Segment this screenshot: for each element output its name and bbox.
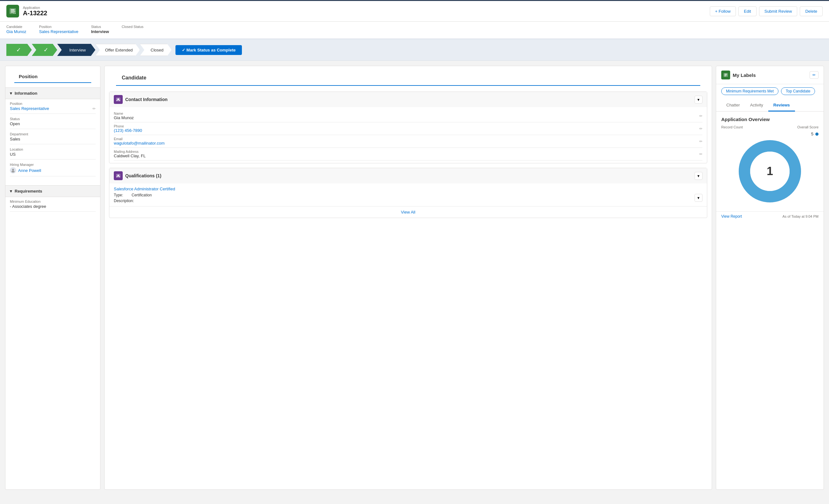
information-collapsible[interactable]: ▾ Information — [5, 87, 100, 99]
requirements-fields: Minimum Education - Associates degree — [5, 197, 100, 217]
min-edu-label: Minimum Education — [10, 200, 96, 203]
submit-review-button[interactable]: Submit Review — [759, 6, 797, 16]
requirements-collapsible[interactable]: ▾ Requirements — [5, 185, 100, 197]
contact-dropdown-btn[interactable]: ▾ — [694, 96, 702, 104]
qual-item-dropdown-btn[interactable]: ▾ — [694, 194, 702, 202]
status-value: Interview — [91, 29, 109, 34]
tab-chatter[interactable]: Chatter — [721, 100, 745, 112]
app-label: Application — [23, 6, 47, 9]
stage-closed[interactable]: Closed — [140, 44, 172, 56]
score-dot-icon — [815, 133, 819, 136]
app-header-left: Application A-13222 — [6, 5, 47, 17]
field-hm-label: Hiring Manager — [10, 163, 96, 167]
email-value[interactable]: wagulotafo@mailinator.com — [114, 141, 165, 146]
breadcrumb-closed-status: Closed Status — [122, 25, 143, 34]
svg-point-3 — [11, 171, 14, 173]
stage-2[interactable]: ✓ — [32, 44, 57, 56]
tab-reviews[interactable]: Reviews — [768, 100, 795, 112]
field-department: Department Sales — [10, 132, 96, 144]
field-hm-value: Anne Powell — [10, 167, 96, 174]
qual-link[interactable]: Salesforce Administrator Certified — [114, 186, 175, 191]
information-label: Information — [14, 91, 37, 96]
my-labels-label: My Labels — [733, 72, 756, 78]
record-count-label: Record Count — [721, 125, 743, 129]
edit-phone-icon[interactable]: ✏ — [699, 127, 702, 131]
breadcrumb-bar: Candidate Gia Munoz Position Sales Repre… — [0, 22, 829, 39]
position-panel-title: Position — [14, 71, 91, 83]
email-content: Email wagulotafo@mailinator.com — [114, 137, 165, 146]
field-status-value: Open — [10, 121, 96, 126]
qual-meta-wrap: Type: Certification Description: ▾ — [114, 192, 702, 203]
position-panel-title-wrap: Position — [5, 66, 100, 84]
field-position-value: Sales Representative ✏ — [10, 106, 96, 111]
edit-name-icon[interactable]: ✏ — [699, 114, 702, 118]
name-value: Gia Munoz — [114, 115, 134, 120]
phone-value[interactable]: (123) 456-7890 — [114, 128, 142, 133]
label-min-req[interactable]: Minimum Requirements Met — [721, 87, 779, 95]
qual-item-1: Salesforce Administrator Certified Type:… — [109, 183, 707, 206]
hm-avatar — [10, 167, 16, 174]
svg-point-2 — [12, 169, 14, 171]
min-edu-value: - Associates degree — [10, 204, 96, 209]
follow-button[interactable]: + Follow — [710, 6, 736, 16]
label-top-candidate[interactable]: Top Candidate — [781, 87, 815, 95]
qual-label: Qualifications (1) — [125, 173, 161, 178]
stage-offer[interactable]: Offer Extended — [95, 44, 140, 56]
position-value[interactable]: Sales Representative — [39, 29, 78, 34]
candidate-value[interactable]: Gia Munoz — [6, 29, 26, 34]
edit-button[interactable]: Edit — [738, 6, 756, 16]
labels-edit-btn[interactable]: ✏ — [809, 71, 819, 79]
edit-email-icon[interactable]: ✏ — [699, 139, 702, 144]
qual-meta-left: Type: Certification Description: — [114, 192, 152, 203]
field-position: Position Sales Representative ✏ — [10, 102, 96, 114]
qual-dropdown-btn[interactable]: ▾ — [694, 172, 702, 180]
overview-meta: Record Count Overall Score — [721, 125, 819, 129]
contact-info-header: Contact Information ▾ — [109, 92, 707, 107]
field-status: Status Open — [10, 117, 96, 129]
app-header-right: + Follow Edit Submit Review Delete — [710, 6, 823, 16]
candidate-title-wrap: Candidate — [105, 66, 712, 87]
edit-position-icon[interactable]: ✏ — [93, 106, 96, 111]
closed-status-label: Closed Status — [122, 25, 143, 29]
name-content: Name Gia Munoz — [114, 112, 134, 120]
email-label: Email — [114, 137, 165, 141]
stage-interview[interactable]: Interview — [57, 44, 95, 56]
field-location: Location US — [10, 147, 96, 159]
dept-text: Sales — [10, 137, 20, 141]
mid-panel: Candidate Contact Information ▾ Name Gia… — [104, 66, 712, 490]
field-loc-label: Location — [10, 147, 96, 151]
candidate-label: Candidate — [6, 25, 26, 29]
contact-field-email: Email wagulotafo@mailinator.com ✏ — [114, 135, 702, 148]
score-row: 5 — [721, 132, 819, 136]
timestamp: As of Today at 9:04 PM — [782, 215, 819, 218]
breadcrumb-candidate: Candidate Gia Munoz — [6, 25, 26, 34]
position-label: Position — [39, 25, 78, 29]
qual-header: Qualifications (1) ▾ — [109, 168, 707, 183]
field-min-edu: Minimum Education - Associates degree — [10, 200, 96, 212]
position-link[interactable]: Sales Representative — [10, 106, 49, 111]
view-all-bar[interactable]: View All — [109, 206, 707, 218]
hm-link[interactable]: Anne Powell — [18, 168, 41, 173]
position-fields: Position Sales Representative ✏ Status O… — [5, 99, 100, 182]
address-value: Caldwell Clay, FL — [114, 153, 146, 158]
address-label: Mailing Address — [114, 150, 146, 153]
overall-score-label: Overall Score — [797, 125, 819, 129]
view-report-link[interactable]: View Report — [721, 214, 742, 219]
mark-status-button[interactable]: ✓ Mark Status as Complete — [176, 45, 242, 55]
delete-button[interactable]: Delete — [800, 6, 823, 16]
phone-label: Phone — [114, 124, 142, 128]
contact-info-section: Contact Information ▾ Name Gia Munoz ✏ P… — [109, 92, 707, 163]
status-label: Status — [91, 25, 109, 29]
contact-icon — [114, 95, 123, 104]
edit-address-icon[interactable]: ✏ — [699, 152, 702, 156]
contact-field-name: Name Gia Munoz ✏ — [114, 110, 702, 122]
name-label: Name — [114, 112, 134, 115]
app-title-block: Application A-13222 — [23, 6, 47, 17]
score-value: 5 — [811, 132, 814, 136]
contact-info-title: Contact Information — [114, 95, 168, 104]
tabs-bar: Chatter Activity Reviews — [716, 100, 824, 112]
stage-1[interactable]: ✓ — [6, 44, 32, 56]
breadcrumb-status: Status Interview — [91, 25, 109, 34]
tab-activity[interactable]: Activity — [745, 100, 768, 112]
view-report-bar: View Report As of Today at 9:04 PM — [716, 211, 824, 221]
